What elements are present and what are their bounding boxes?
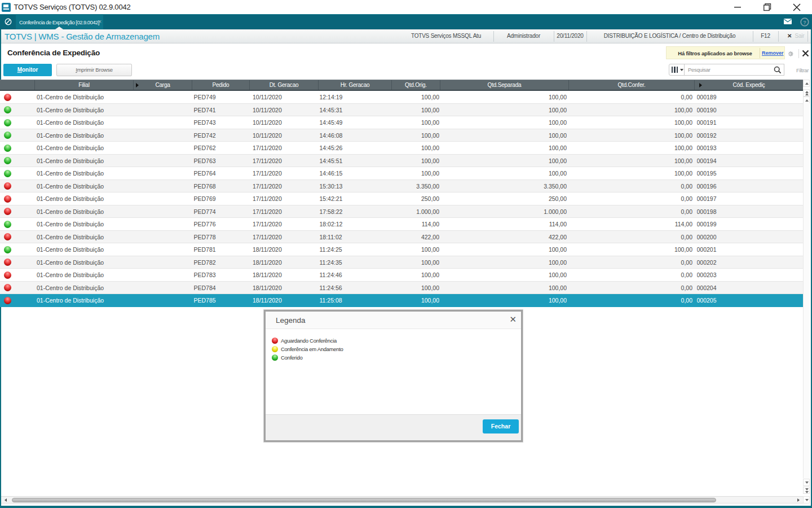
svg-text:?: ? — [803, 20, 806, 25]
